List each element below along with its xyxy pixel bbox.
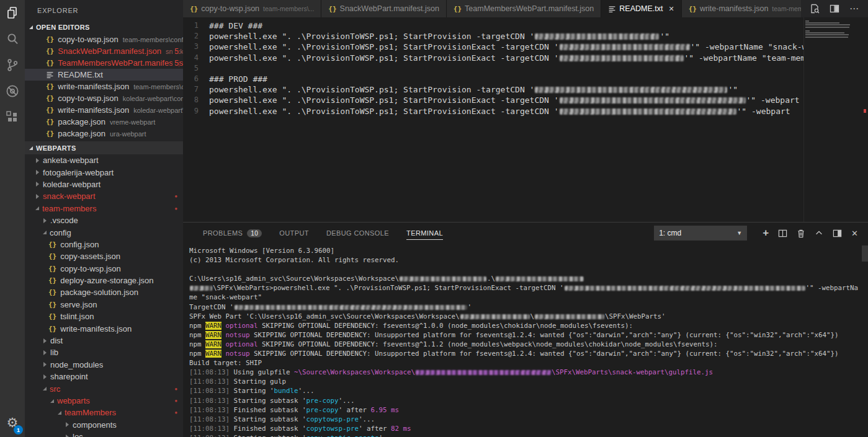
editor-line: 4powershell.exe ". .\ProvisionToWSP.ps1;… — [183, 53, 868, 63]
editor-pane[interactable]: 1### DEV ###2powershell.exe ". .\Provisi… — [183, 17, 868, 222]
explorer-icon[interactable] — [0, 0, 25, 26]
debug-icon[interactable] — [0, 78, 25, 104]
open-editor-item[interactable]: README.txt — [25, 69, 183, 81]
modified-dot-badge: ● — [174, 410, 177, 415]
tree-item[interactable]: {}package-solution.json — [25, 286, 183, 298]
source-control-icon[interactable] — [0, 52, 25, 78]
text-segment: ' after — [359, 425, 391, 433]
tree-item[interactable]: node_modules — [25, 359, 183, 371]
extensions-icon[interactable] — [0, 104, 25, 130]
editor-tab[interactable]: {}TeamMembersWebPart.manifest.json — [447, 0, 601, 17]
open-editor-item[interactable]: {}SnackWebPart.manifest.jsonsnack-...5 — [25, 45, 183, 57]
tree-item[interactable]: sharepoint — [25, 371, 183, 382]
panel-tab-terminal[interactable]: TERMINAL — [406, 227, 443, 240]
terminal-scrollbar[interactable] — [862, 245, 868, 262]
tree-item[interactable]: .vscode — [25, 214, 183, 226]
tree-item[interactable]: lib — [25, 347, 183, 358]
tree-item[interactable]: anketa-webpart — [25, 154, 183, 166]
tree-item[interactable]: {}copy-assets.json — [25, 250, 183, 262]
terminal-selector[interactable]: 1: cmd ▼ — [654, 226, 747, 241]
tree-item[interactable]: {}deploy-azure-storage.json — [25, 275, 183, 286]
tree-item-label: package-solution.json — [60, 288, 138, 297]
tree-item[interactable]: components — [25, 419, 183, 431]
tree-item[interactable]: teamMembers● — [25, 407, 183, 418]
line-number: 9 — [183, 106, 209, 117]
open-editor-item[interactable]: {}write-manifests.jsonteam-members\conf.… — [25, 81, 183, 92]
text-segment: '... — [339, 397, 355, 405]
terminal-line: [11:08:13] Starting subtask 'pre-copy'..… — [189, 396, 861, 405]
text-segment: pre-copy — [306, 406, 339, 414]
tree-item-label: tslint.json — [60, 312, 94, 321]
editor-line: 5 — [183, 63, 868, 74]
chevron-down-icon: ▼ — [736, 230, 742, 236]
modified-dot-badge: ● — [174, 398, 177, 404]
close-tab-icon[interactable]: ✕ — [668, 5, 674, 13]
open-editor-item[interactable]: {}TeamMembersWebPart.manifest.js...5 — [25, 57, 183, 69]
json-file-icon: {} — [48, 325, 56, 333]
editor-tab[interactable]: {}SnackWebPart.manifest.json — [321, 0, 447, 17]
webparts-header[interactable]: WEBPARTS — [25, 141, 183, 154]
tree-item[interactable]: config — [25, 226, 183, 238]
tree-item[interactable]: fotogalerija-webpart — [25, 166, 183, 178]
text-segment: SKIPPING OPTIONAL DEPENDENCY: fsevents@^… — [258, 322, 633, 330]
split-editor-icon[interactable] — [830, 4, 839, 14]
terminal-output[interactable]: Microsoft Windows [Version 6.3.9600](c) … — [189, 246, 861, 437]
open-editor-item[interactable]: {}copy-to-wsp.jsonteam-members\config — [25, 33, 183, 45]
text-segment: Finished subtask ' — [234, 406, 306, 414]
open-editors-header[interactable]: OPEN EDITORS — [25, 20, 183, 33]
close-panel-icon[interactable]: ✕ — [851, 229, 858, 238]
panel-tab-output[interactable]: OUTPUT — [279, 227, 309, 240]
problems-count-badge: 10 — [247, 229, 262, 237]
tree-item[interactable]: snack-webpart● — [25, 190, 183, 202]
text-segment: [11:08:13] — [189, 397, 234, 405]
line-content: powershell.exe ". .\ProvisionToWSP.ps1; … — [209, 84, 738, 95]
open-editor-item[interactable]: {}copy-to-wsp.jsonkoledar-webpart\config — [25, 92, 183, 104]
panel-tab-debug-console[interactable]: DEBUG CONSOLE — [326, 227, 389, 240]
tree-item-label: loc — [73, 432, 83, 437]
text-segment: Starting ' — [234, 387, 274, 395]
file-description: koledar-webpart\config — [123, 95, 183, 102]
panel-tab-problems[interactable]: PROBLEMS10 — [203, 227, 262, 240]
open-editor-item[interactable]: {}package.jsonvreme-webpart — [25, 116, 183, 128]
toggle-panel-icon[interactable] — [833, 229, 842, 238]
tree-item[interactable]: koledar-webpart — [25, 179, 183, 190]
settings-gear-icon[interactable]: ⚙ 1 — [0, 411, 25, 433]
json-file-icon: {} — [48, 252, 56, 260]
split-terminal-icon[interactable] — [778, 229, 787, 238]
editor-tab[interactable]: {}copy-to-wsp.jsonteam-members\... — [183, 0, 321, 17]
terminal-line: npm WARN optional SKIPPING OPTIONAL DEPE… — [189, 340, 861, 349]
tree-item[interactable]: {}write-manifests.json — [25, 322, 183, 334]
new-terminal-icon[interactable]: + — [763, 227, 769, 239]
tree-item[interactable]: webparts● — [25, 395, 183, 407]
minimap[interactable] — [803, 17, 862, 222]
json-file-icon: {} — [48, 288, 56, 296]
tree-item[interactable]: src● — [25, 382, 183, 394]
text-segment: 6.95 ms — [371, 406, 400, 414]
overview-ruler[interactable] — [862, 17, 868, 222]
open-editor-item[interactable]: {}package.jsonura-webpart — [25, 128, 183, 139]
editor-tab[interactable]: README.txt✕ — [601, 0, 681, 17]
tree-item[interactable]: team-members● — [25, 203, 183, 214]
tree-item[interactable]: dist — [25, 335, 183, 347]
text-segment: powershell.exe ". .\ProvisionToWSP.ps1; … — [209, 32, 534, 41]
editor-tab[interactable]: {}write-manifests.jsonteam-members\... — [682, 0, 801, 17]
kill-terminal-icon[interactable] — [797, 229, 805, 238]
file-name: copy-to-wsp.json — [58, 35, 119, 44]
tree-item-label: components — [73, 420, 117, 430]
tree-item[interactable]: {}tslint.json — [25, 311, 183, 322]
search-icon[interactable] — [0, 26, 25, 52]
open-editor-item[interactable]: {}write-manifests.jsonkoledar-webpart\co… — [25, 104, 183, 116]
text-segment: [11:08:13] — [189, 415, 234, 423]
tree-item[interactable]: {}serve.json — [25, 299, 183, 311]
json-file-icon: {} — [689, 5, 697, 13]
chevron-collapsed-icon — [43, 218, 47, 223]
more-actions-icon[interactable]: ⋯ — [849, 3, 859, 14]
tree-item[interactable]: {}copy-to-wsp.json — [25, 263, 183, 275]
minimap-line — [805, 30, 810, 32]
maximize-panel-icon[interactable] — [815, 229, 823, 237]
line-content: ### PROD ### — [209, 74, 267, 84]
open-preview-icon[interactable] — [810, 4, 820, 14]
tree-item[interactable]: loc — [25, 431, 183, 437]
text-segment: npm — [189, 331, 205, 339]
tree-item[interactable]: {}config.json — [25, 239, 183, 250]
